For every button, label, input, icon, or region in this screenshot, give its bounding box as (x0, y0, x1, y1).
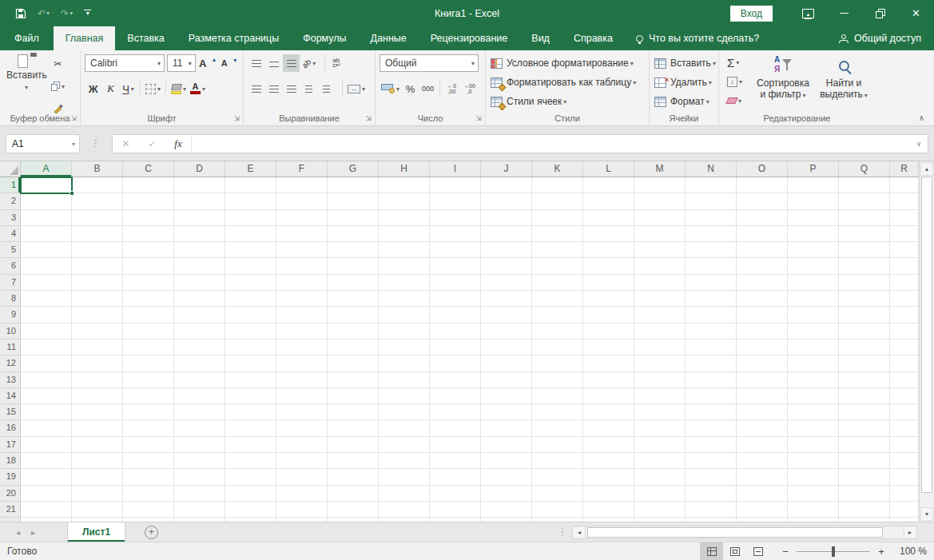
name-box[interactable]: A1 ▾ (6, 134, 80, 153)
cell-L11[interactable] (583, 340, 634, 355)
wrap-text-button[interactable]: abc↵ (328, 54, 345, 72)
cell-R7[interactable] (890, 275, 919, 291)
save-icon[interactable] (11, 5, 30, 22)
cell-A19[interactable] (21, 469, 72, 485)
find-select-button[interactable]: Найти и выделить▾ (815, 54, 872, 100)
column-header-G[interactable]: G (328, 161, 379, 177)
redo-icon[interactable]: ↷▾ (57, 5, 77, 22)
cell-Q11[interactable] (839, 340, 890, 355)
cell-M17[interactable] (634, 437, 686, 453)
cell-Q20[interactable] (839, 486, 890, 502)
cell-D18[interactable] (174, 453, 225, 469)
cell-E4[interactable] (225, 226, 276, 242)
cell-B3[interactable] (72, 210, 123, 226)
cell-E15[interactable] (225, 404, 276, 420)
cell-B12[interactable] (72, 355, 123, 371)
redo-dropdown-icon[interactable]: ▾ (70, 10, 73, 17)
cell-B5[interactable] (72, 242, 123, 258)
increase-font-icon[interactable]: A▲ (198, 54, 218, 72)
name-box-dropdown-icon[interactable]: ▾ (72, 141, 79, 148)
cell-C18[interactable] (123, 453, 174, 469)
cell-K6[interactable] (532, 258, 583, 274)
vertical-scroll-thumb[interactable] (921, 177, 932, 493)
cell-M20[interactable] (634, 486, 686, 502)
cell-J17[interactable] (481, 437, 532, 453)
cell-A8[interactable] (21, 291, 72, 307)
cell-Q5[interactable] (839, 242, 890, 258)
enter-icon[interactable]: ✓ (139, 135, 165, 153)
row-header-4[interactable]: 4 (0, 226, 21, 242)
cell-D12[interactable] (174, 355, 225, 371)
cell-J6[interactable] (481, 258, 532, 274)
cell-K17[interactable] (532, 437, 583, 453)
cell-H14[interactable] (379, 388, 430, 404)
cell-I18[interactable] (430, 453, 481, 469)
row-header-8[interactable]: 8 (0, 291, 21, 307)
cell-M1[interactable] (634, 177, 686, 193)
undo-dropdown-icon[interactable]: ▾ (46, 10, 50, 17)
row-header-18[interactable]: 18 (0, 453, 21, 469)
column-header-C[interactable]: C (123, 161, 174, 177)
cell-Q10[interactable] (839, 324, 890, 340)
cell-F21[interactable] (276, 502, 328, 518)
cell-D19[interactable] (174, 469, 225, 485)
cell-C6[interactable] (123, 258, 174, 274)
cell-I21[interactable] (430, 502, 481, 518)
align-right-button[interactable] (283, 80, 300, 97)
cell-G3[interactable] (328, 210, 379, 226)
cell-C11[interactable] (123, 340, 174, 355)
scroll-up-icon[interactable]: ▲ (920, 162, 933, 176)
collapse-ribbon-icon[interactable]: ∧ (919, 113, 924, 122)
cell-O8[interactable] (737, 291, 788, 307)
cell-Q2[interactable] (839, 193, 890, 209)
sheet-nav-left-icon[interactable]: ◂ (16, 528, 20, 537)
cell-G18[interactable] (328, 453, 379, 469)
cell-I5[interactable] (430, 242, 481, 258)
cell-K5[interactable] (532, 242, 583, 258)
cell-H8[interactable] (379, 291, 430, 307)
cell-B11[interactable] (72, 340, 123, 355)
cell-M2[interactable] (634, 193, 686, 209)
cell-A12[interactable] (21, 355, 72, 371)
customize-qat-icon[interactable]: ▾ (80, 5, 95, 22)
zoom-out-icon[interactable]: − (781, 546, 790, 558)
column-header-H[interactable]: H (379, 161, 430, 177)
cell-Q6[interactable] (839, 258, 890, 274)
cell-L21[interactable] (583, 502, 634, 518)
accounting-format-button[interactable]: ▾ (380, 80, 401, 97)
cell-B15[interactable] (72, 404, 123, 420)
tab-scroll-grip-icon[interactable]: ⋮ (558, 526, 567, 538)
cell-R14[interactable] (890, 388, 919, 404)
cell-J19[interactable] (481, 469, 532, 485)
row-header-1[interactable]: 1 (0, 177, 21, 193)
cell-P15[interactable] (788, 404, 839, 420)
cell-H17[interactable] (379, 437, 430, 453)
row-header-16[interactable]: 16 (0, 420, 21, 436)
cell-H12[interactable] (379, 355, 430, 371)
cell-H13[interactable] (379, 372, 430, 388)
cell-H6[interactable] (379, 258, 430, 274)
cell-Q17[interactable] (839, 437, 890, 453)
cell-P16[interactable] (788, 420, 839, 436)
cell-R10[interactable] (890, 324, 919, 340)
cell-R20[interactable] (890, 486, 919, 502)
cell-A10[interactable] (21, 324, 72, 340)
cell-R17[interactable] (890, 437, 919, 453)
cancel-icon[interactable]: ✕ (113, 135, 139, 153)
cell-O17[interactable] (737, 437, 788, 453)
column-header-L[interactable]: L (583, 161, 634, 177)
column-header-R[interactable]: R (890, 161, 919, 177)
cell-B20[interactable] (72, 486, 123, 502)
cell-A14[interactable] (21, 388, 72, 404)
orientation-button[interactable]: ab▾ (300, 54, 317, 72)
row-header-14[interactable]: 14 (0, 388, 21, 404)
cell-K14[interactable] (532, 388, 583, 404)
tab-page-layout[interactable]: Разметка страницы (177, 26, 291, 50)
cell-J10[interactable] (481, 324, 532, 340)
cell-L9[interactable] (583, 307, 634, 323)
cell-G8[interactable] (328, 291, 379, 307)
cell-E7[interactable] (225, 275, 276, 291)
column-header-A[interactable]: A (21, 161, 72, 177)
cell-H10[interactable] (379, 324, 430, 340)
cell-G2[interactable] (328, 193, 379, 209)
